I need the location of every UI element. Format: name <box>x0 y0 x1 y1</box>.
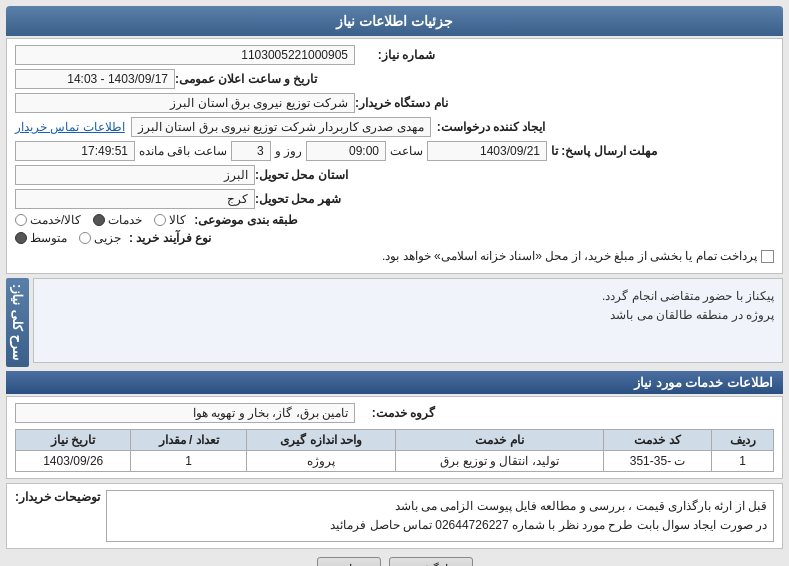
radio-jozii[interactable]: جزیی <box>79 231 121 245</box>
ijad-konande-value: مهدی صدری کاربردار شرکت توزیع نیروی برق … <box>131 117 431 137</box>
button-row: بازگشت چاپ <box>6 557 783 566</box>
ostan-label: استان محل تحویل: <box>255 168 348 182</box>
tabaghe-radio-group: کالا/خدمت خدمات کالا <box>15 213 186 227</box>
services-table: ردیف کد خدمت نام خدمت واحد اندازه گیری ت… <box>15 429 774 472</box>
baghimandeh-value: 17:49:51 <box>15 141 135 161</box>
print-button[interactable]: چاپ <box>317 557 381 566</box>
radio-kala[interactable]: کالا <box>154 213 186 227</box>
radio-kala-khadamat[interactable]: کالا/خدمت <box>15 213 81 227</box>
noe-farayand-radio-group: متوسط جزیی <box>15 231 121 245</box>
saat-value: 09:00 <box>306 141 386 161</box>
info-section-title: اطلاعات خدمات مورد نیاز <box>6 371 783 394</box>
th-radif: ردیف <box>712 429 774 450</box>
table-row: 1 ت -35-351 تولید، انتقال و توزیع برق پر… <box>16 450 774 471</box>
th-tedad: تعداد / مقدار <box>131 429 246 450</box>
radio-khadamat[interactable]: خدمات <box>93 213 142 227</box>
checkbox-row[interactable]: پرداخت تمام یا بخشی از مبلغ خرید، از محل… <box>382 249 774 263</box>
radio-kala-khadamat-circle <box>15 214 27 226</box>
mohlat-tarikh-value: 1403/09/21 <box>427 141 547 161</box>
tawzih-label: توضیحات خریدار: <box>15 490 100 504</box>
page-header: جزئیات اطلاعات نیاز <box>6 6 783 36</box>
noe-farayand-label: نوع فرآیند خرید : <box>129 231 211 245</box>
saat-label: ساعت <box>390 144 423 158</box>
radio-kala-khadamat-label: کالا/خدمت <box>30 213 81 227</box>
rooz-value: 3 <box>231 141 271 161</box>
td-tarikh: 1403/09/26 <box>16 450 131 471</box>
shomare-niaz-value: 1103005221000905 <box>15 45 355 65</box>
radio-kala-circle <box>154 214 166 226</box>
tabaghe-label: طبقه بندی موضوعی: <box>194 213 298 227</box>
etelaat-tamas-link[interactable]: اطلاعات تماس خریدار <box>15 120 125 134</box>
radio-motevaset-label: متوسط <box>30 231 67 245</box>
tarikh-label: تاریخ و ساعت اعلان عمومی: <box>175 72 317 86</box>
rooz-label: روز و <box>275 144 302 158</box>
goroh-label: گروه خدمت: <box>355 406 435 420</box>
radio-motevaset-circle <box>15 232 27 244</box>
th-tarikh: تاریخ نیاز <box>16 429 131 450</box>
back-button[interactable]: بازگشت <box>389 557 473 566</box>
checkbox-box <box>761 250 774 263</box>
radio-jozii-label: جزیی <box>94 231 121 245</box>
sarj-text-1: پیکناز با حضور متقاضی انجام گردد. <box>42 287 774 306</box>
td-tedad: 1 <box>131 450 246 471</box>
tawzih-line1: قبل از ارئه بارگذاری قیمت ، بررسی و مطال… <box>113 497 767 516</box>
tarikh-value: 1403/09/17 - 14:03 <box>15 69 175 89</box>
shahr-label: شهر محل تحویل: <box>255 192 341 206</box>
shahr-value: کرج <box>15 189 255 209</box>
td-radif: 1 <box>712 450 774 471</box>
shomare-niaz-label: شماره نیاز: <box>355 48 435 62</box>
td-kod: ت -35-351 <box>603 450 712 471</box>
mohlat-ersaal-label: مهلت ارسال پاسخ: تا <box>551 144 657 158</box>
radio-khadamat-label: خدمات <box>108 213 142 227</box>
baghimandeh-label: ساعت باقی مانده <box>139 144 227 158</box>
td-vahed: پروژه <box>246 450 396 471</box>
tawzih-line2: در صورت ایجاد سوال بابت طرح مورد نظر با … <box>113 516 767 535</box>
sarj-text-2: پروژه در منطقه طالقان می باشد <box>42 306 774 325</box>
radio-kala-label: کالا <box>169 213 186 227</box>
nam-dastgah-label: نام دستگاه خریدار: <box>355 96 448 110</box>
th-kod: کد خدمت <box>603 429 712 450</box>
checkbox-label: پرداخت تمام یا بخشی از مبلغ خرید، از محل… <box>382 249 757 263</box>
th-vahed: واحد اندازه گیری <box>246 429 396 450</box>
goroh-value: تامین برق، گاز، بخار و تهویه هوا <box>15 403 355 423</box>
radio-jozii-circle <box>79 232 91 244</box>
ostan-value: البرز <box>15 165 255 185</box>
nam-dastgah-value: شرکت توزیع نیروی برق استان البرز <box>15 93 355 113</box>
td-nam: تولید، انتقال و توزیع برق <box>396 450 603 471</box>
radio-khadamat-circle <box>93 214 105 226</box>
radio-motevaset[interactable]: متوسط <box>15 231 67 245</box>
th-nam: نام خدمت <box>396 429 603 450</box>
ijad-konande-label: ایجاد کننده درخواست: <box>437 120 546 134</box>
sarj-section-title: سرح کلی نیاز: <box>6 278 29 367</box>
